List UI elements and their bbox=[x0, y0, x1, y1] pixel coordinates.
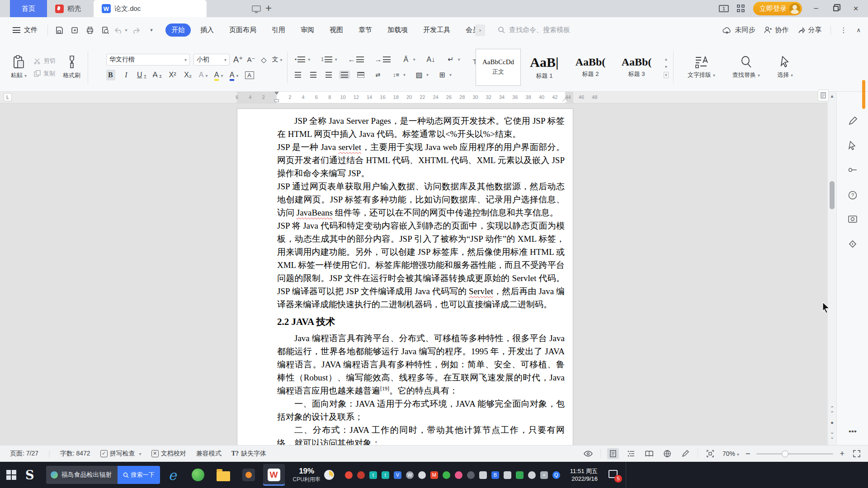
distribute-icon[interactable] bbox=[355, 70, 366, 79]
font-size-select[interactable]: 小初▾ bbox=[193, 54, 230, 66]
increase-indent-icon[interactable]: → bbox=[373, 54, 392, 65]
cpu-monitor-widget[interactable]: 19% CPU利用率 bbox=[293, 467, 334, 483]
line-spacing-icon[interactable]: ↕≡▾ bbox=[390, 70, 407, 80]
menu-tab-开发工具[interactable]: 开发工具 bbox=[417, 23, 456, 37]
style-正文[interactable]: AaBbCcDd正文 bbox=[476, 49, 521, 86]
integration-mode-icon[interactable]: 1 bbox=[719, 5, 729, 12]
zoom-in-icon[interactable]: + bbox=[840, 449, 844, 459]
ruler-toggle-button[interactable] bbox=[818, 89, 829, 101]
tray-red-mail[interactable]: M bbox=[430, 471, 438, 479]
ocr-image-icon[interactable] bbox=[845, 212, 860, 227]
tab-home[interactable]: 首页 bbox=[10, 0, 47, 17]
document-page[interactable]: JSP 全称 Java Server Pages，是一种动态网页开发技术。它使用… bbox=[237, 108, 573, 445]
tray-blue-shield[interactable]: V bbox=[394, 471, 401, 479]
tray-light-car[interactable] bbox=[479, 471, 487, 479]
sync-status[interactable]: 未同步 bbox=[722, 26, 755, 34]
zoom-slider-handle[interactable] bbox=[782, 450, 788, 457]
save-button[interactable] bbox=[52, 23, 67, 37]
menu-tab-插入[interactable]: 插入 bbox=[194, 23, 220, 37]
collapse-ribbon-icon[interactable]: ∧ bbox=[856, 27, 861, 33]
borders-icon[interactable]: ⊞▾ bbox=[436, 69, 453, 80]
left-indent-marker[interactable] bbox=[274, 99, 279, 102]
search-go-button[interactable]: 搜索一下 bbox=[118, 466, 160, 484]
taskbar-app-wps[interactable]: W bbox=[263, 464, 285, 486]
web-view-icon[interactable] bbox=[661, 448, 673, 459]
subscript-button[interactable]: X₂ bbox=[184, 71, 193, 79]
extract-clip-icon[interactable] bbox=[845, 162, 860, 178]
styles-scroll-down-icon[interactable]: ▾ bbox=[665, 64, 667, 69]
page-nav-dot[interactable]: ● bbox=[828, 420, 836, 425]
zoom-out-icon[interactable]: − bbox=[745, 449, 750, 459]
more-tabs-button[interactable]: › bbox=[475, 24, 485, 36]
tab-document[interactable]: W 论文.doc bbox=[94, 0, 207, 17]
clear-format-icon[interactable]: ◇ bbox=[259, 56, 269, 64]
login-button[interactable]: 立即登录 bbox=[753, 2, 802, 15]
wrap-marks-icon[interactable]: ↵▾ bbox=[444, 54, 462, 65]
tab-docer[interactable]: 稻壳 bbox=[47, 0, 89, 17]
document-area[interactable]: JSP 全称 Java Server Pages，是一种动态网页开发技术。它使用… bbox=[0, 103, 827, 445]
tray-plus[interactable]: + bbox=[540, 471, 548, 479]
zoom-level[interactable]: 70%▾ bbox=[722, 450, 739, 457]
underline-button[interactable]: U▾ bbox=[137, 71, 146, 79]
minimize-button[interactable]: − bbox=[810, 4, 822, 14]
menu-tab-加载项[interactable]: 加载项 bbox=[382, 23, 414, 37]
decrease-font-icon[interactable]: A⁻ bbox=[247, 56, 256, 64]
tray-teal-t-2[interactable]: t bbox=[382, 471, 389, 479]
zoom-slider[interactable] bbox=[756, 453, 833, 455]
command-search[interactable]: 查找命令、搜索模板 bbox=[498, 26, 570, 34]
next-page-button[interactable]: ⌄⌄ bbox=[828, 430, 836, 440]
char-border-button[interactable]: A bbox=[245, 71, 254, 79]
outline-view-icon[interactable] bbox=[625, 448, 637, 459]
apps-grid-icon[interactable] bbox=[737, 5, 745, 13]
more-menu-icon[interactable]: ⋮ bbox=[840, 26, 847, 34]
select-button[interactable]: 选择▾ bbox=[774, 54, 796, 81]
copy-button[interactable]: 复制 bbox=[34, 70, 56, 78]
taskbar-clock[interactable]: 11:51 周五 2022/9/16 bbox=[570, 467, 598, 483]
fit-page-icon[interactable] bbox=[704, 448, 716, 459]
tray-green-shield[interactable] bbox=[516, 471, 524, 479]
missing-font-button[interactable]: T? 缺失字体 bbox=[231, 450, 266, 458]
sort-icon[interactable]: A↓ bbox=[425, 54, 437, 65]
text-effects-button[interactable]: A▾ bbox=[199, 71, 208, 79]
taskbar-app-ie[interactable]: e bbox=[162, 464, 184, 486]
undo-button[interactable]: ▾ bbox=[113, 23, 128, 37]
read-mode-icon[interactable] bbox=[643, 448, 655, 459]
first-line-indent-marker[interactable] bbox=[274, 92, 279, 95]
help-icon[interactable]: ? bbox=[845, 188, 860, 203]
align-center-icon[interactable] bbox=[308, 70, 318, 79]
tray-dark-circle[interactable] bbox=[467, 471, 475, 479]
tray-bluetooth[interactable]: B bbox=[491, 471, 499, 479]
find-replace-button[interactable]: 查找替换▾ bbox=[730, 54, 763, 81]
new-tab-button[interactable]: + bbox=[261, 0, 276, 17]
export-pdf-button[interactable] bbox=[67, 23, 82, 37]
show-desktop-button[interactable] bbox=[626, 462, 629, 488]
tray-bell[interactable] bbox=[418, 471, 426, 479]
notification-center-button[interactable]: 5 bbox=[609, 470, 618, 480]
restore-button[interactable] bbox=[830, 4, 842, 14]
shading-icon[interactable]: ▨▾ bbox=[413, 69, 430, 80]
mobile-view-button[interactable] bbox=[252, 0, 261, 17]
quickbar-more-button[interactable]: ▾ bbox=[144, 23, 159, 37]
sogou-input-icon[interactable]: S bbox=[25, 468, 34, 482]
taskbar-app-game[interactable] bbox=[238, 464, 259, 486]
ink-pen-icon[interactable] bbox=[679, 448, 691, 459]
taskbar-search[interactable]: 福岛食品检出辐射 搜索一下 bbox=[46, 466, 160, 484]
phonetic-guide-icon[interactable]: Ä▾ bbox=[400, 54, 417, 65]
proofread-button[interactable]: ✕ 文档校对 bbox=[151, 450, 186, 458]
text-layout-button[interactable]: 文字排版▾ bbox=[685, 54, 718, 81]
tray-green-circle[interactable] bbox=[443, 471, 450, 479]
tray-blue-q[interactable]: Q bbox=[552, 471, 560, 479]
tray-gray-w[interactable]: W bbox=[406, 471, 414, 479]
collaborate-button[interactable]: 协作 bbox=[764, 26, 788, 34]
bullet-list-icon[interactable]: •▾ bbox=[293, 55, 312, 64]
compat-mode[interactable]: 兼容模式 bbox=[196, 450, 222, 458]
scrollbar-thumb[interactable] bbox=[830, 181, 835, 209]
menu-tab-审阅[interactable]: 审阅 bbox=[295, 23, 320, 37]
align-left-icon[interactable] bbox=[293, 70, 303, 79]
styles-scroll-up-icon[interactable]: ▴ bbox=[665, 56, 667, 61]
share-button[interactable]: 分享 bbox=[797, 26, 821, 34]
menu-tab-开始[interactable]: 开始 bbox=[165, 23, 191, 37]
edit-pen-icon[interactable] bbox=[845, 113, 860, 129]
fullscreen-icon[interactable] bbox=[851, 448, 863, 459]
scroll-up-icon[interactable]: ▲ bbox=[828, 92, 836, 100]
